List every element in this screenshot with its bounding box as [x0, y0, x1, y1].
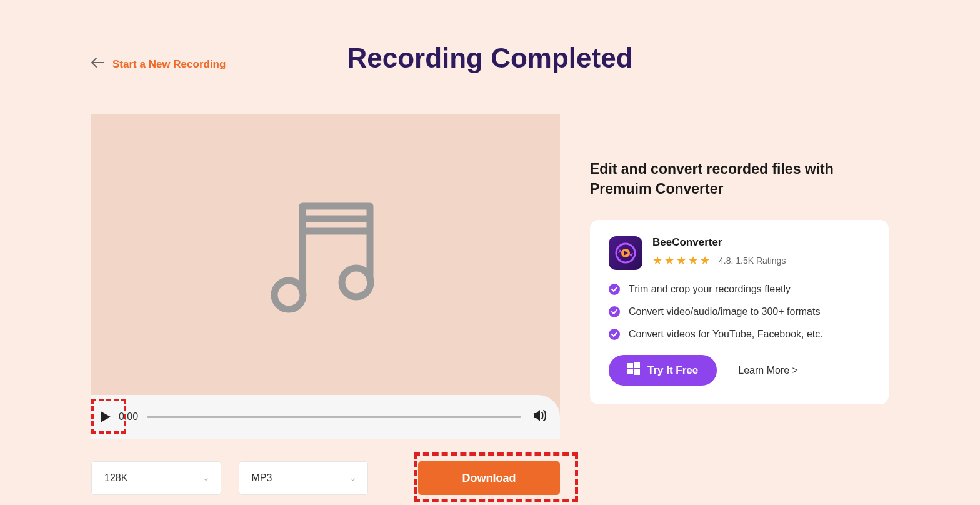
svg-rect-7 — [634, 369, 640, 375]
music-note-icon — [266, 200, 385, 328]
star-icon: ★ — [700, 254, 710, 268]
promo-app-name: BeeConverter — [652, 236, 786, 249]
rating-text: 4.8, 1.5K Ratings — [719, 256, 786, 266]
volume-icon[interactable] — [534, 409, 548, 424]
feature-text: Convert video/audio/image to 300+ format… — [629, 306, 820, 318]
learn-more-link[interactable]: Learn More > — [738, 365, 798, 376]
feature-item: Convert videos for YouTube, Facebook, et… — [609, 329, 870, 340]
play-button[interactable] — [99, 410, 112, 424]
back-link[interactable]: Start a New Recording — [91, 58, 226, 71]
time-display: 0:00 — [119, 411, 138, 422]
star-icon: ★ — [688, 254, 698, 268]
feature-text: Convert videos for YouTube, Facebook, et… — [629, 329, 823, 340]
windows-icon — [628, 362, 640, 378]
rating-stars: ★ ★ ★ ★ ★ — [652, 254, 710, 268]
beeconverter-app-icon — [609, 236, 642, 270]
try-button-label: Try It Free — [648, 364, 698, 377]
svg-rect-4 — [628, 363, 633, 368]
player-controls: 0:00 — [91, 395, 560, 439]
check-icon — [609, 284, 620, 295]
feature-item: Trim and crop your recordings fleetly — [609, 284, 870, 295]
svg-point-0 — [274, 281, 303, 309]
chevron-down-icon: ⌵ — [351, 474, 355, 482]
feature-list: Trim and crop your recordings fleetly Co… — [609, 284, 870, 340]
sidebar-title: Edit and convert recorded files with Pre… — [590, 159, 889, 199]
feature-text: Trim and crop your recordings fleetly — [629, 284, 791, 295]
try-free-button[interactable]: Try It Free — [609, 355, 717, 386]
format-dropdown[interactable]: MP3 ⌵ — [239, 461, 369, 495]
svg-rect-6 — [628, 369, 633, 374]
svg-point-1 — [342, 268, 371, 297]
progress-bar[interactable] — [147, 416, 521, 418]
feature-item: Convert video/audio/image to 300+ format… — [609, 306, 870, 318]
check-icon — [609, 306, 620, 318]
bitrate-dropdown[interactable]: 128K ⌵ — [91, 461, 221, 495]
star-icon: ★ — [652, 254, 662, 268]
bitrate-value: 128K — [104, 472, 128, 484]
star-icon: ★ — [676, 254, 686, 268]
download-button[interactable]: Download — [418, 461, 560, 495]
audio-player-area: 0:00 — [91, 114, 560, 439]
chevron-down-icon: ⌵ — [204, 474, 208, 482]
promo-card: BeeConverter ★ ★ ★ ★ ★ 4.8, 1.5K Ratings — [590, 220, 889, 404]
svg-rect-5 — [634, 362, 640, 368]
arrow-left-icon — [91, 58, 104, 71]
star-icon: ★ — [664, 254, 674, 268]
format-value: MP3 — [252, 472, 272, 484]
check-icon — [609, 329, 620, 340]
back-link-label: Start a New Recording — [112, 58, 226, 71]
